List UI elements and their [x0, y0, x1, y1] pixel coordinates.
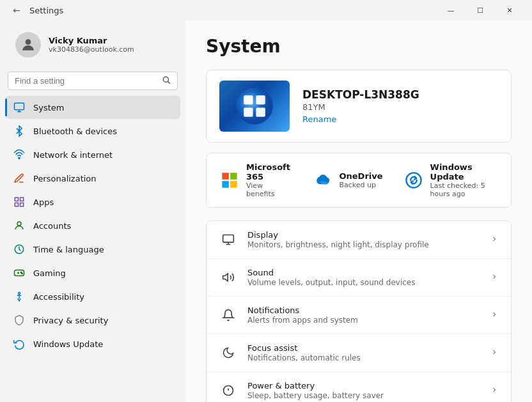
time-icon: [13, 243, 26, 256]
windows-update-icon: [13, 337, 26, 350]
user-info: Vicky Kumar vk304836@outlook.com: [49, 36, 134, 54]
svg-point-28: [406, 173, 421, 187]
svg-point-19: [236, 88, 273, 125]
quick-link-windowsupdate[interactable]: Windows Update Last checked: 5 hours ago: [403, 162, 498, 198]
focus-assist-icon: [219, 344, 237, 362]
microsoft365-text: Microsoft 365 View benefits: [246, 162, 292, 198]
settings-item-focus-assist[interactable]: Focus assist Notifications, automatic ru…: [207, 334, 511, 372]
settings-item-power-battery[interactable]: Power & battery Sleep, battery usage, ba…: [207, 372, 511, 402]
svg-rect-7: [15, 197, 18, 201]
windowsupdate-subtitle: Last checked: 5 hours ago: [430, 182, 498, 198]
sidebar-item-label-bluetooth: Bluetooth & devices: [33, 127, 117, 136]
content-area: System: [185, 20, 532, 402]
sidebar-item-windows-update[interactable]: Windows Update: [5, 332, 180, 355]
sidebar-item-label-accessibility: Accessibility: [33, 292, 84, 302]
sidebar-item-personalization[interactable]: Personalization: [5, 167, 180, 190]
sound-desc: Volume levels, output, input, sound devi…: [247, 278, 480, 287]
sound-title: Sound: [247, 268, 480, 277]
window-controls: — ☐ ✕: [436, 0, 524, 20]
sidebar-item-apps[interactable]: Apps: [5, 190, 180, 213]
notifications-chevron: [490, 311, 498, 320]
maximize-button[interactable]: ☐: [465, 0, 495, 20]
svg-rect-10: [15, 203, 18, 206]
minimize-button[interactable]: —: [436, 0, 465, 20]
sidebar-item-network[interactable]: Network & internet: [5, 143, 180, 166]
sidebar-item-label-accounts: Accounts: [33, 221, 71, 231]
device-image: [219, 81, 290, 132]
sound-chevron: [490, 273, 498, 282]
onedrive-title: OneDrive: [340, 171, 383, 181]
display-title: Display: [247, 230, 480, 240]
page-title: System: [206, 36, 512, 57]
svg-rect-3: [15, 103, 24, 110]
device-card: DESKTOP-L3N388G 81YM Rename: [206, 70, 512, 143]
settings-item-sound[interactable]: Sound Volume levels, output, input, soun…: [207, 259, 511, 297]
quick-links: Microsoft 365 View benefits OneDrive Bac…: [206, 153, 512, 208]
search-input[interactable]: [15, 76, 157, 86]
minimize-icon: —: [448, 6, 455, 15]
display-text: Display Monitors, brightness, night ligh…: [247, 230, 480, 249]
settings-item-display[interactable]: Display Monitors, brightness, night ligh…: [207, 221, 511, 259]
svg-rect-27: [230, 181, 237, 188]
app-title: Settings: [29, 6, 436, 15]
sidebar-item-accounts[interactable]: Accounts: [5, 214, 180, 237]
quick-link-microsoft365[interactable]: Microsoft 365 View benefits: [219, 162, 292, 198]
onedrive-text: OneDrive Backed up: [340, 171, 383, 189]
svg-rect-24: [222, 173, 229, 180]
focus-assist-text: Focus assist Notifications, automatic ru…: [247, 343, 480, 362]
svg-rect-20: [244, 95, 253, 104]
svg-rect-8: [20, 197, 24, 201]
settings-item-notifications[interactable]: Notifications Alerts from apps and syste…: [207, 297, 511, 334]
nav-list: System Bluetooth & devices Network & int…: [0, 95, 185, 356]
svg-rect-29: [223, 235, 234, 243]
rename-link[interactable]: Rename: [302, 114, 336, 124]
windowsupdate-icon: [403, 170, 424, 190]
sidebar-item-time[interactable]: Time & language: [5, 238, 180, 261]
display-desc: Monitors, brightness, night light, displ…: [247, 240, 480, 249]
sidebar-item-privacy[interactable]: Privacy & security: [5, 309, 180, 332]
search-icon: [162, 75, 171, 86]
windowsupdate-text: Windows Update Last checked: 5 hours ago: [430, 162, 498, 198]
svg-line-2: [168, 82, 170, 84]
sound-text: Sound Volume levels, output, input, soun…: [247, 268, 480, 287]
svg-rect-26: [222, 181, 229, 188]
avatar: [15, 32, 41, 58]
windowsupdate-title: Windows Update: [430, 162, 498, 182]
close-button[interactable]: ✕: [495, 0, 524, 20]
notifications-icon: [219, 306, 237, 324]
focus-assist-title: Focus assist: [247, 343, 480, 353]
device-info: DESKTOP-L3N388G 81YM Rename: [302, 88, 498, 125]
device-name: DESKTOP-L3N388G: [302, 88, 498, 101]
microsoft365-subtitle: View benefits: [246, 182, 292, 198]
sidebar-item-accessibility[interactable]: Accessibility: [5, 285, 180, 308]
back-button[interactable]: ←: [8, 1, 26, 19]
display-icon: [219, 231, 237, 249]
power-battery-icon: [219, 382, 237, 399]
svg-point-18: [19, 292, 20, 294]
power-battery-title: Power & battery: [247, 381, 480, 390]
svg-point-11: [17, 222, 21, 226]
bluetooth-icon: [13, 125, 26, 137]
svg-marker-32: [223, 274, 228, 281]
sidebar-item-bluetooth[interactable]: Bluetooth & devices: [5, 120, 180, 143]
user-profile[interactable]: Vicky Kumar vk304836@outlook.com: [5, 23, 180, 66]
sound-icon: [219, 268, 237, 286]
svg-rect-9: [20, 203, 24, 206]
onedrive-subtitle: Backed up: [340, 181, 383, 189]
sidebar-item-system[interactable]: System: [5, 96, 180, 119]
privacy-icon: [13, 314, 26, 327]
sidebar-item-gaming[interactable]: Gaming: [5, 261, 180, 284]
gaming-icon: [13, 267, 26, 279]
svg-rect-21: [256, 95, 265, 104]
svg-point-17: [22, 273, 23, 274]
apps-icon: [13, 196, 26, 208]
title-bar: ← Settings — ☐ ✕: [0, 0, 532, 20]
display-chevron: [490, 235, 498, 245]
accessibility-icon: [13, 290, 26, 303]
sidebar-item-label-network: Network & internet: [33, 150, 113, 160]
svg-point-0: [26, 39, 31, 45]
onedrive-icon: [313, 170, 333, 190]
quick-link-onedrive[interactable]: OneDrive Backed up: [313, 162, 383, 198]
notifications-desc: Alerts from apps and system: [247, 316, 480, 325]
user-email: vk304836@outlook.com: [49, 45, 134, 54]
